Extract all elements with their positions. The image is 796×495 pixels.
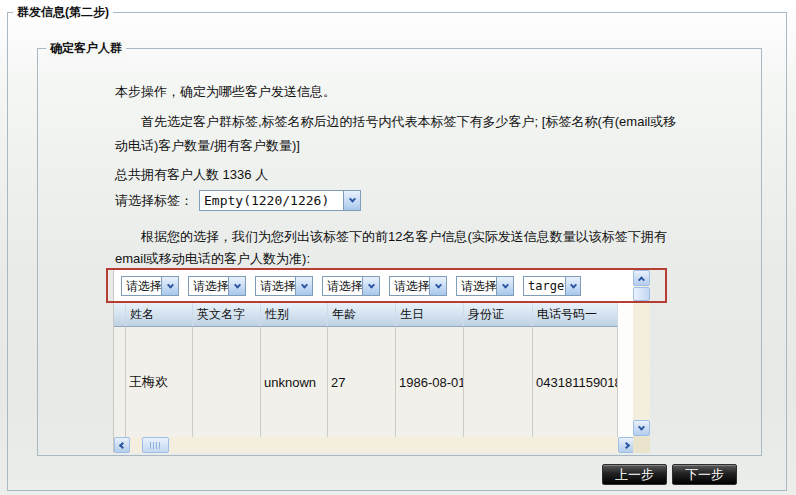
tag-select-row: 请选择标签： Empty(1220/1226) [115,190,361,211]
filter-select-value: 请选择 [323,278,362,295]
chevron-down-icon[interactable] [362,277,379,295]
header-id-card: 身份证 [464,302,533,327]
chevron-down-icon[interactable] [429,277,446,295]
tag-help-text: 首先选定客户群标签,标签名称后边的括号内代表本标签下有多少客户; [标签名称(有… [115,110,679,158]
filter-select-6[interactable]: 请选择 [456,276,514,296]
table-row[interactable]: 王梅欢 unknown 27 1986-08-01 043181159018 [114,327,634,437]
filter-select-value: 请选择 [256,278,295,295]
filter-select-5[interactable]: 请选择 [389,276,447,296]
scroll-right-icon[interactable] [618,437,634,453]
outer-fieldset-legend: 群发信息(第二步) [13,4,113,21]
customer-grid: 请选择 请选择 请选择 请选择 请选择 [113,270,650,453]
table-header-row: 姓名 英文名字 性别 年龄 生日 身份证 电话号码一 [114,302,634,327]
chevron-down-icon[interactable] [161,277,178,295]
row-gutter [114,327,126,437]
filter-select-3[interactable]: 请选择 [255,276,313,296]
header-birthday: 生日 [396,302,464,327]
header-gutter [114,302,126,327]
filter-select-value: target [524,279,565,293]
chevron-down-icon[interactable] [343,191,360,210]
filter-select-target[interactable]: target [523,276,581,296]
chevron-down-icon[interactable] [295,277,312,295]
tag-select[interactable]: Empty(1220/1226) [199,190,361,211]
header-filler [618,302,634,327]
inner-fieldset-legend: 确定客户人群 [46,40,126,57]
filter-select-1[interactable]: 请选择 [121,276,179,296]
cell-id-card [464,327,533,437]
horizontal-scrollbar[interactable] [114,437,634,453]
header-age: 年龄 [328,302,396,327]
intro-text: 本步操作，确定为哪些客户发送信息。 [115,83,336,101]
row-filler [618,327,634,437]
chevron-down-icon[interactable] [496,277,513,295]
header-gender: 性别 [261,302,328,327]
filter-select-value: 请选择 [122,278,161,295]
cell-age: 27 [328,327,396,437]
cell-name: 王梅欢 [126,327,193,437]
filter-select-value: 请选择 [189,278,228,295]
horizontal-scroll-thumb[interactable] [142,437,169,453]
column-filter-row: 请选择 请选择 请选择 请选择 请选择 [114,270,634,302]
cell-birthday: 1986-08-01 [396,327,464,437]
prev-step-button[interactable]: 上一步 [602,464,667,485]
header-english-name: 英文名字 [193,302,261,327]
header-name: 姓名 [126,302,193,327]
scroll-left-icon[interactable] [114,437,130,453]
scroll-down-icon[interactable] [633,420,650,436]
wizard-nav-buttons: 上一步 下一步 [602,464,737,485]
filter-select-4[interactable]: 请选择 [322,276,380,296]
chevron-down-icon[interactable] [228,277,245,295]
wizard-page: 群发信息(第二步) 确定客户人群 本步操作，确定为哪些客户发送信息。 首先选定客… [0,0,796,495]
cell-gender: unknown [261,327,328,437]
cell-english-name [193,327,261,437]
next-step-button[interactable]: 下一步 [672,464,737,485]
chevron-down-icon[interactable] [565,277,580,295]
filter-select-value: 请选择 [390,278,429,295]
scroll-up-icon[interactable] [633,270,650,286]
cell-phone1: 043181159018 [533,327,618,437]
vertical-scroll-thumb[interactable] [633,287,650,301]
vertical-scrollbar[interactable] [633,270,650,436]
tag-select-value: Empty(1220/1226) [200,193,329,208]
header-phone1: 电话号码一 [533,302,618,327]
filter-select-value: 请选择 [457,278,496,295]
list-note-text: 根据您的选择，我们为您列出该标签下的前12名客户信息(实际发送信息数量以该标签下… [115,226,679,270]
customer-grid-main: 请选择 请选择 请选择 请选择 请选择 [113,270,633,453]
tag-select-label: 请选择标签： [115,192,193,210]
scrollbar-corner [633,436,650,453]
filter-select-2[interactable]: 请选择 [188,276,246,296]
total-customers-text: 总共拥有客户人数 1336 人 [115,166,268,184]
